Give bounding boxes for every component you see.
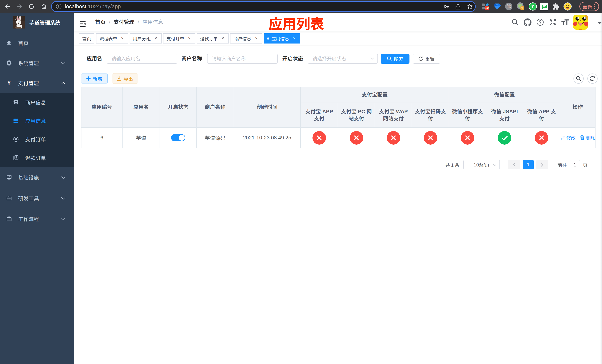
svg-text:10: 10 <box>485 6 489 10</box>
svg-text:1: 1 <box>521 7 523 10</box>
svg-text:⌘: ⌘ <box>506 4 511 9</box>
